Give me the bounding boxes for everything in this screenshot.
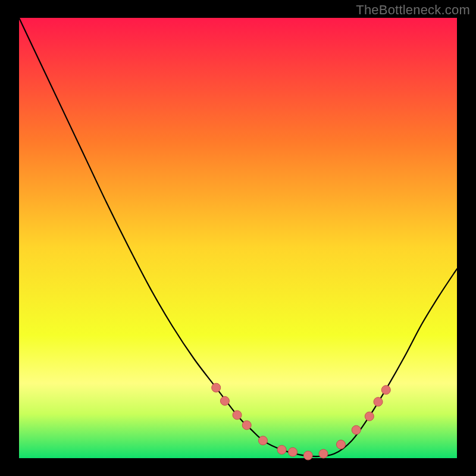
marker-dot: [336, 440, 345, 449]
marker-dot: [374, 397, 383, 406]
marker-dot: [352, 425, 361, 434]
plot-background: [19, 18, 457, 458]
marker-dot: [212, 383, 221, 392]
marker-dot: [303, 451, 312, 460]
marker-dot: [365, 412, 374, 421]
marker-dot: [242, 421, 251, 430]
marker-dot: [233, 411, 242, 419]
chart-container: { "watermark": { "text": "TheBottleneck.…: [0, 0, 476, 476]
marker-dot: [381, 386, 390, 394]
watermark-text: TheBottleneck.com: [356, 2, 470, 18]
marker-dot: [277, 445, 286, 454]
marker-dot: [319, 449, 328, 458]
marker-dot: [289, 447, 298, 456]
chart-svg: [0, 0, 476, 476]
marker-dot: [220, 396, 229, 405]
marker-dot: [258, 436, 267, 445]
